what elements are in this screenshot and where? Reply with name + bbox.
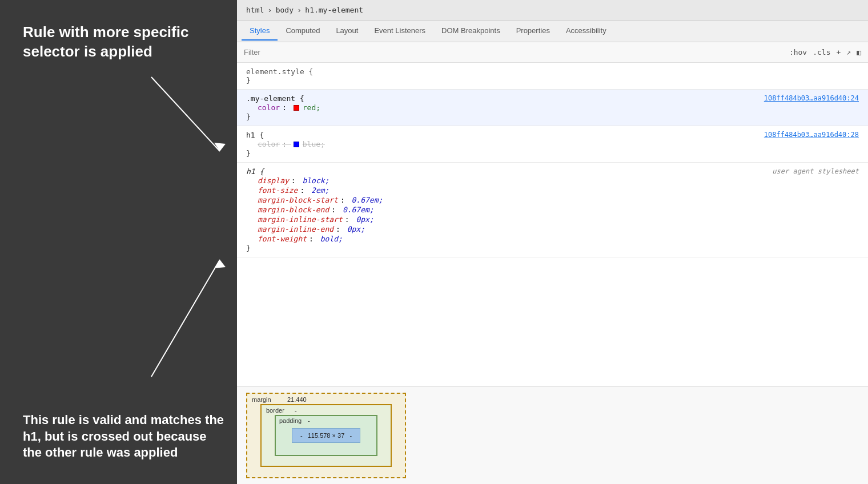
rule-element-style: element.style { }	[237, 63, 868, 90]
css-prop-value-font-size: 2em;	[311, 186, 329, 195]
rule-h1-ua-header: h1 { user agent stylesheet	[246, 167, 859, 176]
cls-button[interactable]: .cls	[813, 48, 830, 57]
rule-my-element-selector: .my-element {	[246, 94, 304, 103]
css-prop-font-size: font-size : 2em;	[258, 185, 859, 195]
bm-border-label: border	[266, 407, 284, 414]
css-prop-value-margin-block-start: 0.67em;	[352, 196, 383, 204]
breadcrumb-body[interactable]: body	[276, 6, 294, 14]
css-prop-name-margin-inline-start: margin-inline-start	[258, 215, 343, 224]
box-model-diagram: margin 21.440 border - padding - - 115.5…	[246, 393, 406, 478]
css-prop-color-red: color : red;	[258, 103, 859, 112]
bm-border-value: -	[295, 407, 297, 414]
breadcrumb-sep-1: ›	[268, 6, 271, 14]
bm-dash-left: -	[300, 432, 306, 439]
tab-layout[interactable]: Layout	[328, 22, 366, 41]
color-swatch-red[interactable]	[294, 105, 299, 111]
css-prop-name-color: color	[258, 103, 280, 112]
css-prop-name-margin-block-end: margin-block-end	[258, 205, 329, 214]
bm-border-box: border - padding - - 115.578 × 37 -	[260, 404, 392, 467]
css-rules: element.style { } .my-element { 108ff484…	[237, 63, 868, 386]
css-colon-ua-7: :	[309, 235, 318, 243]
tab-computed[interactable]: Computed	[278, 22, 328, 41]
css-prop-color-blue: color : blue;	[258, 139, 859, 149]
breadcrumb-bar: html › body › h1.my-element	[237, 0, 868, 21]
bm-dash-right: -	[346, 432, 352, 439]
bm-margin-value: 21.440	[287, 396, 307, 403]
bm-margin-label: margin	[252, 396, 271, 403]
filter-actions: :hov .cls + ↗ ◧	[789, 48, 861, 57]
css-prop-margin-block-start: margin-block-start : 0.67em;	[258, 195, 859, 205]
css-prop-name-font-weight: font-weight	[258, 235, 307, 243]
bm-content-value: 115.578 × 37	[308, 432, 345, 439]
element-style-selector: element.style {	[246, 67, 313, 76]
css-prop-value-blue: blue;	[303, 140, 325, 148]
annotation-bottom: This rule is valid and matches the h1, b…	[23, 412, 226, 467]
breadcrumb-sep-2: ›	[298, 6, 300, 14]
tabs-bar: Styles Computed Layout Event Listeners D…	[237, 21, 868, 42]
rule-element-style-header: element.style {	[246, 67, 859, 76]
bm-padding-box: padding - - 115.578 × 37 -	[275, 415, 377, 456]
rule-my-element-close: }	[246, 112, 251, 121]
rule-h1-ua-close: }	[246, 244, 251, 252]
new-rule-button[interactable]: ↗	[846, 48, 851, 57]
annotation-top: Rule with more specific selector is appl…	[23, 17, 226, 62]
tab-properties[interactable]: Properties	[508, 22, 558, 41]
css-prop-value-margin-block-end: 0.67em;	[343, 205, 374, 214]
filter-bar: :hov .cls + ↗ ◧	[237, 42, 868, 63]
css-prop-name-font-size: font-size	[258, 186, 298, 195]
rule-h1-ua-body: display : block; font-size : 2em; margin…	[246, 176, 859, 244]
tab-styles[interactable]: Styles	[242, 22, 278, 41]
hov-button[interactable]: :hov	[789, 48, 807, 57]
css-colon-2: :	[282, 140, 291, 148]
css-colon-ua-4: :	[331, 205, 340, 214]
rule-my-element-body: color : red;	[246, 103, 859, 112]
tab-accessibility[interactable]: Accessibility	[558, 22, 614, 41]
css-prop-value-margin-inline-end: 0px;	[347, 225, 365, 233]
left-panel: Rule with more specific selector is appl…	[0, 0, 237, 484]
annotation-top-text: Rule with more specific selector is appl…	[23, 23, 206, 62]
rule-my-element-header: .my-element { 108ff484b03…aa916d40:24	[246, 94, 859, 103]
rule-h1-strikethrough-body: color : blue;	[246, 139, 859, 149]
css-prop-margin-block-end: margin-block-end : 0.67em;	[258, 205, 859, 215]
rule-h1-ua-selector: h1 {	[246, 167, 264, 176]
rule-h1-strikethrough: h1 { 108ff484b03…aa916d40:28 color : blu…	[237, 126, 868, 163]
css-prop-value-red: red;	[303, 103, 320, 112]
annotation-bottom-text: This rule is valid and matches the h1, b…	[23, 412, 226, 461]
tab-dom-breakpoints[interactable]: DOM Breakpoints	[433, 22, 508, 41]
rule-my-element: .my-element { 108ff484b03…aa916d40:24 co…	[237, 90, 868, 126]
css-prop-value-margin-inline-start: 0px;	[356, 215, 373, 224]
css-prop-margin-inline-end: margin-inline-end : 0px;	[258, 224, 859, 234]
bm-padding-value: -	[308, 417, 310, 424]
bm-content-box: - 115.578 × 37 -	[292, 428, 360, 443]
css-colon-ua-1: :	[291, 176, 300, 185]
rule-my-element-source[interactable]: 108ff484b03…aa916d40:24	[764, 94, 859, 102]
sidebar-toggle-button[interactable]: ◧	[857, 48, 861, 57]
rule-h1-ua-source: user agent stylesheet	[772, 167, 859, 175]
tab-event-listeners[interactable]: Event Listeners	[366, 22, 433, 41]
element-style-close: }	[246, 76, 251, 84]
color-swatch-blue[interactable]	[294, 142, 299, 147]
css-prop-font-weight: font-weight : bold;	[258, 234, 859, 244]
breadcrumb-html[interactable]: html	[246, 6, 264, 14]
filter-input[interactable]	[244, 48, 789, 57]
rule-h1-strikethrough-header: h1 { 108ff484b03…aa916d40:28	[246, 131, 859, 139]
css-prop-value-display: block;	[302, 176, 329, 185]
css-prop-name-display: display	[258, 176, 289, 185]
bm-padding-label: padding	[279, 417, 302, 424]
css-prop-value-font-weight: bold;	[320, 235, 343, 243]
rule-h1-strikethrough-source[interactable]: 108ff484b03…aa916d40:28	[764, 131, 859, 139]
css-prop-display: display : block;	[258, 176, 859, 185]
css-prop-name-margin-inline-end: margin-inline-end	[258, 225, 333, 233]
css-prop-name-margin-block-start: margin-block-start	[258, 196, 338, 204]
css-colon-ua-2: :	[300, 186, 309, 195]
css-prop-name-color-blue: color	[258, 140, 280, 148]
breadcrumb-h1[interactable]: h1.my-element	[305, 6, 363, 14]
css-colon-ua-6: :	[336, 225, 345, 233]
rule-h1-strikethrough-close: }	[246, 149, 251, 158]
css-colon-ua-5: :	[345, 215, 354, 224]
add-rule-button[interactable]: +	[837, 48, 841, 57]
rule-h1-strikethrough-selector: h1 {	[246, 131, 264, 139]
css-colon-ua-3: :	[340, 196, 349, 204]
devtools-panel: html › body › h1.my-element Styles Compu…	[237, 0, 868, 484]
box-model-area: margin 21.440 border - padding - - 115.5…	[237, 386, 868, 484]
